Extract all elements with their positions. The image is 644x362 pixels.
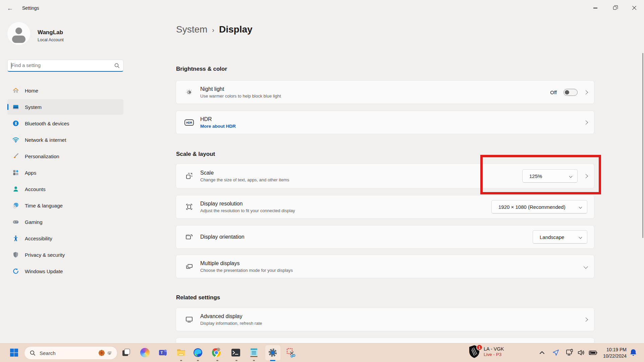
sidebar-item-accounts[interactable]: Accounts: [7, 181, 123, 197]
sidebar-item-bluetooth-devices[interactable]: Bluetooth & devices: [7, 116, 123, 131]
restore-button[interactable]: [605, 0, 625, 16]
sports-widget[interactable]: 1 LA - VGK Live - P3: [468, 345, 504, 358]
night-light-toggle[interactable]: [564, 89, 578, 96]
display-orientation-dropdown[interactable]: Landscape: [533, 230, 587, 244]
sidebar-item-label: Accounts: [25, 186, 46, 192]
taskbar: Search T: [0, 343, 644, 362]
scale-subtitle: Change the size of text, apps, and other…: [200, 177, 289, 182]
next-card-partial: [176, 338, 594, 343]
avatar[interactable]: [7, 22, 30, 45]
battery-icon[interactable]: [589, 349, 597, 357]
copilot-icon[interactable]: [140, 348, 150, 357]
tray-expand-chevron-icon[interactable]: [540, 351, 544, 354]
window-title: Settings: [22, 5, 39, 11]
advanced-display-icon: [184, 315, 194, 323]
notepad-icon[interactable]: [250, 348, 259, 358]
sidebar-item-label: Accessibility: [25, 236, 52, 241]
sidebar-item-windows-update[interactable]: Windows Update: [7, 263, 123, 279]
minimize-button[interactable]: [586, 0, 605, 16]
accounts-icon: [12, 186, 19, 192]
sidebar-item-home[interactable]: Home: [7, 83, 123, 98]
teams-icon[interactable]: T: [158, 348, 168, 357]
annotation-highlight-box: [480, 155, 601, 194]
running-indicator: [197, 360, 199, 361]
sidebar-item-label: Apps: [25, 170, 36, 176]
settings-window: ← Settings WangLab Local Account Home Sy…: [0, 0, 644, 362]
network-icon: [12, 136, 19, 143]
sidebar-item-label: Gaming: [25, 219, 43, 225]
scale-icon: [184, 172, 194, 180]
advanced-display-row[interactable]: Advanced display Display information, re…: [176, 308, 594, 331]
close-button[interactable]: [625, 0, 644, 16]
chrome-icon[interactable]: [211, 348, 221, 358]
display-orientation-value: Landscape: [540, 234, 564, 240]
sidebar-item-label: Network & internet: [25, 137, 66, 143]
bluetooth-icon: [12, 120, 19, 127]
search-icon: [30, 350, 36, 356]
widget-team-line: LA - VGK: [484, 346, 504, 352]
scale-title: Scale: [200, 170, 289, 176]
display-orientation-row[interactable]: Display orientation Landscape: [176, 225, 594, 249]
system-icon: [12, 104, 19, 110]
terminal-icon[interactable]: [231, 348, 241, 358]
running-indicator: [180, 360, 182, 361]
sidebar-item-accessibility[interactable]: Accessibility: [7, 231, 123, 246]
multiple-displays-icon: [184, 262, 194, 270]
location-icon[interactable]: [552, 349, 559, 356]
task-view-button[interactable]: [121, 348, 131, 357]
sidebar-item-system[interactable]: System: [7, 99, 123, 115]
sidebar-item-label: Time & language: [25, 203, 63, 208]
back-button[interactable]: ←: [5, 5, 15, 12]
running-indicator: [235, 360, 237, 361]
search-icon: [114, 63, 120, 68]
display-resolution-icon: [184, 203, 194, 211]
svg-text:T: T: [161, 351, 163, 355]
snipping-tool-icon[interactable]: [286, 348, 296, 358]
volume-icon[interactable]: [577, 349, 585, 357]
night-light-row[interactable]: Night light Use warmer colors to help bl…: [176, 80, 594, 104]
multiple-displays-title: Multiple displays: [200, 260, 293, 266]
svg-text:HDR: HDR: [186, 121, 192, 124]
search-input[interactable]: [11, 60, 112, 71]
sidebar-item-label: Windows Update: [25, 268, 63, 274]
multiple-displays-row[interactable]: Multiple displays Choose the presentatio…: [176, 255, 594, 278]
cast-display-icon[interactable]: [566, 349, 574, 357]
privacy-shield-icon: [12, 251, 19, 258]
scrollbar[interactable]: [642, 53, 643, 238]
windows-update-icon: [12, 268, 19, 275]
running-indicator: [216, 360, 218, 361]
settings-gear-icon[interactable]: [268, 348, 278, 358]
hdr-more-link[interactable]: More about HDR: [200, 124, 236, 129]
taskbar-search[interactable]: Search: [24, 346, 117, 360]
taskbar-search-label: Search: [40, 350, 98, 356]
sidebar-item-time-language[interactable]: Time & language: [7, 198, 123, 213]
restore-icon: [613, 6, 616, 10]
breadcrumb-system[interactable]: System: [176, 24, 207, 35]
chevron-right-icon: [584, 90, 588, 95]
night-light-title: Night light: [200, 86, 281, 92]
multiple-displays-subtitle: Choose the presentation mode for your di…: [200, 268, 293, 273]
display-resolution-row[interactable]: Display resolution Adjust the resolution…: [176, 195, 594, 219]
sidebar-item-gaming[interactable]: Gaming: [7, 214, 123, 230]
sidebar-item-apps[interactable]: Apps: [7, 165, 123, 180]
edge-icon[interactable]: [193, 348, 203, 358]
display-resolution-value: 644 × 362 (Recommended): [498, 204, 566, 210]
whistle-icon: [107, 350, 114, 356]
hdr-row[interactable]: HDR HDR More about HDR: [176, 111, 594, 134]
expand-chevron-icon[interactable]: [584, 264, 588, 269]
sidebar-item-personalization[interactable]: Personalization: [7, 148, 123, 164]
tray-clock[interactable]: 10:19 PM 10/22/2024: [603, 347, 627, 359]
sidebar-item-network-internet[interactable]: Network & internet: [7, 132, 123, 147]
display-resolution-dropdown[interactable]: 644 × 362 (Recommended): [491, 200, 587, 214]
file-explorer-icon[interactable]: [176, 348, 186, 358]
chevron-down-icon: [579, 235, 582, 239]
notification-bell-icon[interactable]: [630, 349, 637, 357]
page-title: Display: [219, 24, 253, 35]
section-related-settings: Related settings: [176, 294, 220, 301]
sidebar-item-label: Personalization: [25, 154, 59, 159]
running-indicator: [253, 360, 255, 361]
display-resolution-subtitle: Adjust the resolution to fit your connec…: [200, 208, 295, 213]
sidebar-item-privacy-security[interactable]: Privacy & security: [7, 247, 123, 262]
find-setting-search[interactable]: [7, 60, 123, 72]
start-button[interactable]: [10, 348, 18, 357]
